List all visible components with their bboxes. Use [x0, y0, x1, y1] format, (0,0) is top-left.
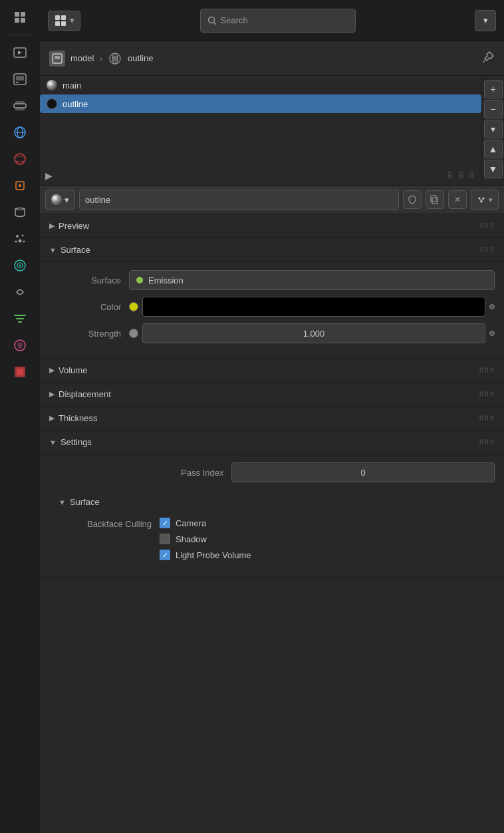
sidebar-icon-world[interactable]: [8, 147, 32, 171]
volume-section-header[interactable]: ▶ Volume ⠿⠿⠿: [40, 359, 504, 383]
material-name-input[interactable]: [79, 190, 399, 210]
color-keyframe-dot[interactable]: [489, 304, 495, 309]
volume-chevron-right: ▶: [49, 366, 55, 375]
play-button[interactable]: ▶: [45, 170, 53, 181]
sidebar-icon-object[interactable]: [8, 174, 32, 198]
svg-line-44: [479, 198, 481, 202]
material-list-area: main outline ▶ ⠿ ⠿ ⠿ + − ▾ ▲ ▼: [40, 76, 504, 186]
pass-index-field[interactable]: 0: [231, 462, 495, 482]
svg-point-19: [19, 240, 22, 243]
unlink-button[interactable]: ✕: [448, 190, 467, 209]
light-probe-checkbox[interactable]: ✓: [160, 550, 170, 560]
shadow-checkbox[interactable]: [160, 534, 170, 544]
volume-label: Volume: [59, 365, 87, 375]
strength-field[interactable]: 1.000: [142, 323, 485, 343]
material-dropdown-button[interactable]: ▾: [484, 120, 503, 138]
left-sidebar: [0, 0, 40, 833]
color-dot[interactable]: [129, 302, 138, 311]
material-dot-outline: [47, 98, 57, 109]
sidebar-icon-viewlayer[interactable]: [8, 94, 32, 118]
settings-section-header[interactable]: ▼ Settings ⠿⠿⠿: [40, 430, 504, 454]
svg-line-45: [481, 198, 483, 202]
displacement-section-title: ▶ Displacement: [49, 389, 111, 399]
thickness-section-header[interactable]: ▶ Thickness ⠿⠿⠿: [40, 407, 504, 430]
preview-section-title: ▶ Preview: [49, 221, 89, 231]
material-item-outline[interactable]: outline: [40, 94, 481, 113]
preview-section-header[interactable]: ▶ Preview ⠿⠿⠿: [40, 214, 504, 238]
dropdown-menu-button[interactable]: ▾: [475, 10, 496, 31]
emission-button[interactable]: Emission: [129, 270, 495, 290]
strength-value: 1.000: [303, 329, 325, 339]
svg-point-24: [19, 265, 21, 267]
sidebar-icon-nodefilter[interactable]: [8, 307, 32, 331]
remove-material-button[interactable]: −: [484, 100, 503, 118]
color-prop-label: Color: [49, 302, 129, 312]
svg-rect-7: [16, 82, 19, 83]
preview-chevron-right: ▶: [49, 222, 55, 230]
surface-content: Surface Emission Color S: [40, 262, 504, 359]
breadcrumb-editor-label: model: [70, 53, 94, 63]
backface-culling-row: Backface Culling ✓ Camera Shadow ✓ Ligh: [59, 518, 485, 560]
sidebar-icon-particles[interactable]: [8, 227, 32, 251]
surface-section-header[interactable]: ▼ Surface ⠿⠿⠿: [40, 238, 504, 262]
workspace-button[interactable]: ▾: [48, 11, 80, 31]
sidebar-icon-render[interactable]: [8, 41, 32, 65]
camera-label: Camera: [176, 518, 206, 528]
sidebar-icon-material[interactable]: [8, 333, 32, 357]
move-down-button[interactable]: ▼: [484, 160, 503, 178]
svg-rect-8: [14, 104, 26, 108]
material-item-main[interactable]: main: [40, 76, 481, 94]
breadcrumb-material-label: outline: [128, 53, 153, 63]
svg-line-33: [213, 22, 216, 25]
add-material-button[interactable]: +: [484, 80, 503, 98]
displacement-drag-handle: ⠿⠿⠿: [479, 391, 495, 398]
sidebar-icon-tools[interactable]: [8, 5, 32, 29]
copy-button[interactable]: [426, 190, 444, 209]
strength-keyframe-dot[interactable]: [489, 331, 495, 336]
search-bar[interactable]: Search: [200, 9, 356, 33]
pin-button[interactable]: [481, 51, 495, 67]
shield-button[interactable]: [403, 190, 422, 209]
color-swatch[interactable]: [142, 297, 485, 317]
top-bar: ▾ Search ▾: [40, 0, 504, 41]
breadcrumb: model › outline: [49, 51, 153, 67]
displacement-section-header[interactable]: ▶ Displacement ⠿⠿⠿: [40, 383, 504, 407]
camera-checkbox[interactable]: ✓: [160, 518, 170, 528]
svg-rect-30: [55, 21, 60, 26]
sidebar-icon-modifier[interactable]: [8, 200, 32, 224]
sidebar-icon-output[interactable]: [8, 67, 32, 91]
settings-surface-sub-header[interactable]: ▼ Surface: [49, 492, 495, 512]
sidebar-icon-render-properties[interactable]: [8, 360, 32, 384]
svg-rect-28: [55, 15, 60, 20]
settings-drag-handle: ⠿⠿⠿: [479, 438, 495, 446]
surface-drag-handle: ⠿⠿⠿: [479, 246, 495, 253]
svg-rect-40: [431, 196, 436, 202]
editor-icon: [49, 51, 65, 67]
sidebar-icon-scene[interactable]: [8, 120, 32, 144]
sidebar-icon-physics[interactable]: [8, 253, 32, 277]
color-row: Color: [49, 297, 495, 317]
surface-chevron-down: ▼: [49, 246, 57, 254]
backface-culling-section: Backface Culling ✓ Camera Shadow ✓ Ligh: [49, 512, 495, 570]
main-area: ▾ Search ▾ model ›: [40, 0, 504, 833]
svg-point-14: [15, 154, 25, 164]
sidebar-icon-constraints[interactable]: [8, 280, 32, 304]
material-list: main outline ▶ ⠿ ⠿ ⠿: [40, 76, 481, 185]
surface-row: Surface Emission: [49, 270, 495, 290]
emission-dot: [136, 277, 143, 283]
displacement-label: Displacement: [59, 389, 111, 399]
node-filter-icon: [477, 195, 486, 204]
material-slot-header: ▾ ✕ ▾: [40, 186, 504, 214]
node-filter-button[interactable]: ▾: [471, 190, 499, 210]
strength-dot[interactable]: [129, 329, 138, 338]
move-up-button[interactable]: ▲: [484, 140, 503, 158]
material-type-selector[interactable]: ▾: [45, 190, 75, 210]
backface-culling-label: Backface Culling: [59, 518, 152, 529]
svg-rect-39: [432, 198, 438, 204]
svg-rect-0: [15, 12, 19, 17]
svg-rect-35: [55, 56, 60, 59]
strength-row: Strength 1.000: [49, 323, 495, 343]
svg-rect-2: [15, 18, 19, 23]
svg-rect-10: [15, 108, 25, 110]
material-right-controls: + − ▾ ▲ ▼: [481, 76, 504, 185]
